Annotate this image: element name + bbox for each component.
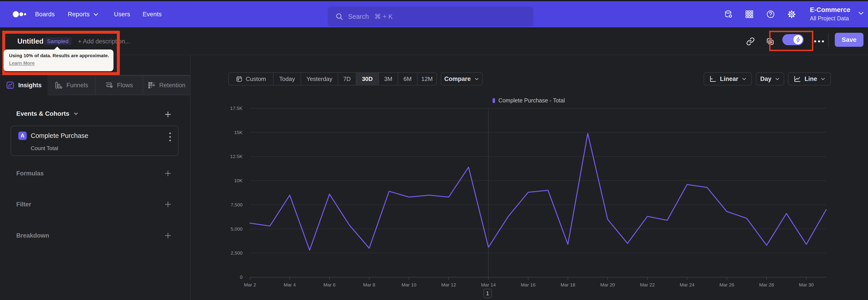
y-axis-label: 7,500 — [222, 202, 243, 208]
section-label: Filter — [16, 201, 31, 208]
search-placeholder: Search — [348, 13, 369, 20]
tab-label: Insights — [18, 82, 42, 89]
tooltip-arrow — [54, 47, 60, 50]
save-button[interactable]: Save — [835, 33, 864, 47]
x-axis-label: Mar 2 — [244, 282, 256, 288]
x-axis-label: Mar 6 — [323, 282, 336, 288]
chart-area: CustomTodayYesterday7D30D3M6M12M Compare… — [191, 55, 868, 300]
search-icon — [336, 13, 343, 20]
line-chart[interactable]: 02,5005,0007,50010K12.5K15K17.5KMar 2Mar… — [191, 55, 868, 300]
apps-grid-icon[interactable] — [745, 1, 754, 27]
project-scope: All Project Data — [810, 15, 849, 22]
section-label: Breakdown — [16, 232, 49, 239]
add-filter-button[interactable] — [164, 201, 172, 208]
pagination-page-1[interactable]: 1 — [483, 289, 492, 298]
tab-label: Flows — [117, 82, 133, 89]
tab-separator — [143, 76, 143, 95]
add-formula-button[interactable] — [164, 170, 172, 177]
x-axis-label: Mar 10 — [401, 282, 416, 288]
report-title[interactable]: Untitled — [18, 37, 43, 46]
nav-item-boards[interactable]: Boards — [35, 1, 55, 27]
events-cohorts-header[interactable]: Events & Cohorts — [16, 110, 175, 117]
retention-icon — [147, 81, 156, 89]
tab-separator — [95, 76, 96, 95]
x-axis-label: Mar 26 — [719, 282, 734, 288]
flows-icon — [105, 81, 113, 90]
tab-flows[interactable]: Flows — [95, 75, 143, 95]
chevron-down-icon — [73, 111, 79, 117]
x-axis-label: Mar 8 — [363, 282, 375, 288]
nav-item-label: Boards — [35, 11, 55, 18]
project-name: E-Commerce — [810, 6, 850, 13]
y-axis-label: 2,500 — [222, 250, 243, 256]
add-event-button[interactable] — [164, 111, 172, 118]
event-name[interactable]: Complete Purchase — [31, 132, 88, 140]
add-breakdown-button[interactable] — [164, 232, 172, 239]
settings-gear-icon[interactable] — [787, 1, 796, 27]
x-axis-label: Mar 16 — [521, 282, 535, 288]
nav-item-users[interactable]: Users — [114, 1, 130, 27]
data-management-icon[interactable] — [724, 1, 733, 27]
section-breakdown: Breakdown — [0, 231, 191, 240]
y-axis-label: 17.5K — [222, 106, 243, 111]
add-description-button[interactable]: + Add description... — [78, 38, 130, 45]
nav-item-events[interactable]: Events — [143, 1, 162, 27]
x-axis-label: Mar 20 — [600, 282, 615, 288]
nav-item-reports[interactable]: Reports — [68, 1, 98, 27]
section-formulas: Formulas — [0, 169, 191, 178]
y-axis-label: 0 — [222, 274, 243, 280]
insights-icon — [6, 81, 14, 90]
search-input[interactable]: Search ⌘ + K — [328, 6, 533, 26]
more-options-button[interactable] — [814, 40, 824, 42]
event-letter-chip: A — [18, 131, 27, 140]
chevron-down-icon — [858, 11, 864, 17]
x-axis-label: Mar 12 — [441, 282, 456, 288]
x-axis-label: Mar 14 — [481, 282, 496, 288]
tab-label: Funnels — [66, 82, 88, 89]
x-axis-label: Mar 28 — [759, 282, 774, 288]
lightning-bolt-icon — [795, 37, 801, 43]
report-header: Untitled Sampled + Add description... — [0, 27, 868, 55]
section-label: Formulas — [16, 170, 44, 177]
mixpanel-logo[interactable] — [13, 1, 27, 27]
y-axis-label: 12.5K — [222, 154, 243, 159]
header-divider — [828, 34, 829, 47]
sampling-tooltip: Using 10% of data. Results are approxima… — [4, 50, 114, 71]
nav-item-label: Users — [114, 11, 130, 18]
copy-link-icon[interactable] — [746, 37, 755, 46]
tab-funnels[interactable]: Funnels — [48, 75, 95, 95]
report-tabs: InsightsFunnelsFlowsRetention — [0, 75, 190, 95]
tab-insights[interactable]: Insights — [0, 75, 48, 95]
y-axis-label: 5,000 — [222, 226, 243, 232]
x-axis-label: Mar 4 — [284, 282, 296, 288]
event-card[interactable]: A Complete Purchase Count Total — [11, 126, 179, 156]
tooltip-learn-more-link[interactable]: Learn More — [9, 60, 35, 66]
tab-retention[interactable]: Retention — [143, 75, 190, 95]
x-axis-label: Mar 18 — [561, 282, 575, 288]
help-icon[interactable] — [766, 1, 775, 27]
section-filter: Filter — [0, 200, 191, 209]
x-axis-label: Mar 30 — [799, 282, 813, 288]
y-axis-label: 10K — [222, 178, 243, 183]
chevron-down-icon — [93, 11, 98, 18]
logo-dots-icon — [13, 10, 27, 18]
top-navbar: Boards Reports Users Events Search ⌘ + K — [0, 1, 868, 27]
nav-item-label: Events — [143, 11, 162, 18]
duplicate-icon[interactable] — [766, 37, 774, 46]
query-builder-panel: InsightsFunnelsFlowsRetention Events & C… — [0, 55, 191, 300]
funnels-icon — [55, 81, 63, 89]
tooltip-text: Using 10% of data. Results are approxima… — [9, 53, 114, 58]
tab-label: Retention — [159, 82, 186, 89]
event-options-kebab[interactable] — [169, 132, 171, 141]
sampling-toggle[interactable] — [782, 34, 804, 45]
x-axis-label: Mar 22 — [640, 282, 655, 288]
search-shortcut: ⌘ + K — [374, 13, 393, 20]
events-cohorts-label: Events & Cohorts — [16, 110, 69, 117]
x-axis-label: Mar 24 — [680, 282, 694, 288]
toggle-knob — [794, 35, 803, 44]
y-axis-label: 15K — [222, 130, 243, 135]
nav-item-label: Reports — [68, 11, 90, 18]
sampled-badge[interactable]: Sampled — [44, 37, 71, 45]
event-metric[interactable]: Count Total — [31, 145, 58, 151]
